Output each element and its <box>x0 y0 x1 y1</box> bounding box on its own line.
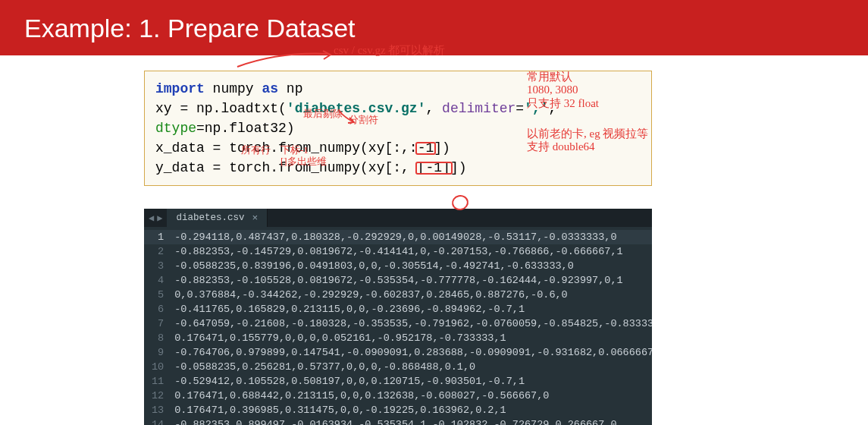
line-number: 10 <box>152 360 164 374</box>
code-line: 0.176471,0.688442,0.213115,0,0,0.132638,… <box>174 389 652 403</box>
code-line-1: import numpy as np <box>155 79 641 99</box>
code-line: -0.294118,0.487437,0.180328,-0.292929,0,… <box>170 230 652 244</box>
code-line: -0.0588235,0.256281,0.57377,0,0,0,-0.868… <box>174 360 652 374</box>
line-number: 1 <box>144 230 170 244</box>
caret-right-icon: ▶ <box>157 212 162 224</box>
close-icon[interactable]: × <box>252 212 258 224</box>
code-line: -0.764706,0.979899,0.147541,-0.0909091,0… <box>174 345 652 360</box>
code-lines[interactable]: -0.294118,0.487437,0.180328,-0.292929,0,… <box>170 227 652 425</box>
slide-content: csv / csv.gz 都可以解析 import numpy as np xy… <box>0 55 868 425</box>
slide-title: Example: 1. Prepare Dataset <box>0 0 868 55</box>
line-number: 4 <box>152 273 164 288</box>
caret-left-icon: ◀ <box>149 212 154 224</box>
line-number: 13 <box>152 403 164 417</box>
editor-tabbar: ◀ ▶ diabetes.csv × <box>144 209 652 227</box>
code-line: -0.882353,0.899497,-0.0163934,-0.535354,… <box>174 417 652 425</box>
code-line: 0.176471,0.155779,0,0,0,0.052161,-0.9521… <box>174 331 652 345</box>
tab-nav-arrows[interactable]: ◀ ▶ <box>144 209 167 227</box>
line-number: 12 <box>152 389 164 403</box>
code-line: -0.411765,0.165829,0.213115,0,0,-0.23696… <box>174 302 652 316</box>
code-line: 0.176471,0.396985,0.311475,0,0,-0.19225,… <box>174 403 652 417</box>
code-line: -0.0588235,0.839196,0.0491803,0,0,-0.305… <box>174 259 652 273</box>
line-number: 8 <box>152 331 164 345</box>
line-number: 3 <box>152 259 164 273</box>
tab-label: diabetes.csv <box>176 212 244 223</box>
line-number: 7 <box>152 316 164 331</box>
code-line: -0.882353,-0.105528,0.0819672,-0.535354,… <box>174 273 652 288</box>
code-line: -0.882353,-0.145729,0.0819672,-0.414141,… <box>174 244 652 259</box>
line-number: 14 <box>152 417 164 425</box>
code-block: import numpy as np xy = np.loadtxt('diab… <box>144 71 652 186</box>
editor-panel: ◀ ▶ diabetes.csv × 1234567891011121314 -… <box>144 209 652 425</box>
line-gutter: 1234567891011121314 <box>144 227 170 425</box>
code-line: 0,0.376884,-0.344262,-0.292929,-0.602837… <box>174 288 652 302</box>
code-line-4: y_data = torch.from_numpy(xy[:, [-1]]) <box>155 158 641 178</box>
editor-body: 1234567891011121314 -0.294118,0.487437,0… <box>144 227 652 425</box>
code-line-2: xy = np.loadtxt('diabetes.csv.gz', delim… <box>155 99 641 138</box>
line-number: 2 <box>152 244 164 259</box>
line-number: 6 <box>152 302 164 316</box>
code-line: -0.647059,-0.21608,-0.180328,-0.353535,-… <box>174 316 652 331</box>
line-number: 11 <box>152 374 164 389</box>
code-line-3: x_data = torch.from_numpy(xy[:,:-1]) <box>155 138 641 158</box>
line-number: 5 <box>152 288 164 302</box>
line-number: 9 <box>152 345 164 360</box>
code-line: -0.529412,0.105528,0.508197,0,0,0.120715… <box>174 374 652 389</box>
editor-tab[interactable]: diabetes.csv × <box>167 209 268 227</box>
